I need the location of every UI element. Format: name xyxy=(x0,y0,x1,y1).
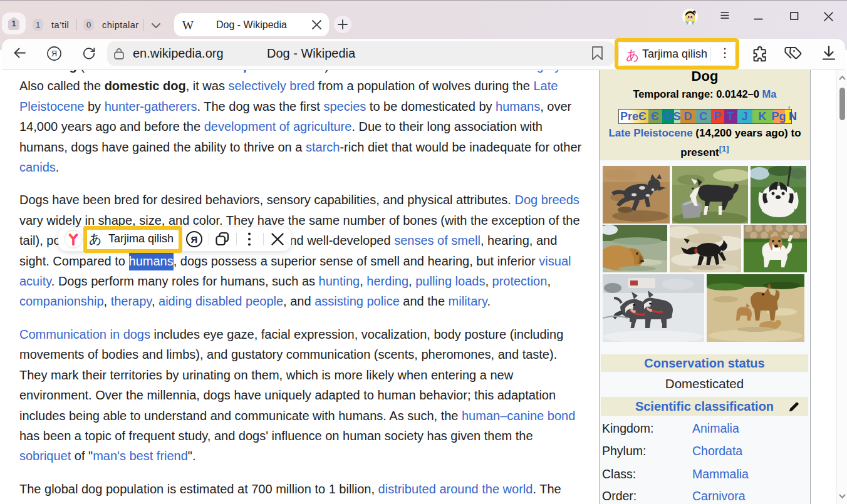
svg-text:Я: Я xyxy=(51,49,57,58)
svg-text:Я: Я xyxy=(191,234,198,245)
